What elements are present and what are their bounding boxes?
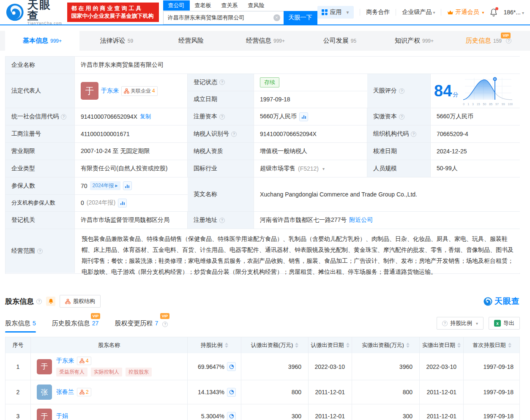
nearby-companies-link[interactable]: 附近公司 — [349, 216, 373, 224]
subtab-shareholders[interactable]: 股东信息 5 — [5, 319, 36, 327]
export-button[interactable]: x 导出 — [489, 317, 520, 330]
shareholder-name-link[interactable]: 于东来 — [56, 357, 74, 365]
insured-count: 70 — [81, 183, 87, 189]
help-icon[interactable]: ? — [162, 322, 168, 327]
legal-rep-link[interactable]: 于东来 — [101, 87, 119, 95]
established-date: 1997-09-18 — [254, 91, 367, 108]
help-icon[interactable]: ? — [219, 218, 225, 223]
column-header-5[interactable]: 实缴出资额(万元) — [352, 337, 420, 353]
help-icon[interactable]: ? — [61, 114, 66, 120]
shareholder-name-cell: 于于娟 — [31, 404, 188, 420]
main-tab-1[interactable]: 法律诉讼59 — [79, 31, 154, 51]
field-label: 登记机关 — [5, 212, 75, 229]
copy-link[interactable]: 复制 — [140, 113, 151, 120]
search-tab-2[interactable]: 查关系 — [216, 0, 243, 11]
shareholder-avatar[interactable]: 张 — [37, 385, 52, 400]
clear-search-icon[interactable]: × — [273, 14, 280, 21]
sort-icon[interactable] — [457, 343, 461, 348]
tianyan-score-cell[interactable]: 84分 013155 — [431, 74, 520, 108]
annual-report-badge[interactable]: 2024年报 ▸ — [90, 181, 120, 190]
related-count-badge[interactable]: 2 — [77, 388, 91, 396]
notification-bell-icon[interactable] — [490, 8, 497, 16]
field-label: 组织机构代码? — [367, 125, 431, 142]
search-input[interactable] — [163, 11, 284, 25]
help-icon[interactable]: ? — [399, 88, 404, 94]
help-icon[interactable]: ? — [231, 131, 237, 137]
help-icon[interactable]: ? — [36, 299, 42, 304]
help-icon[interactable]: ? — [37, 248, 43, 254]
holding-ratio-button[interactable]: ? 持股比例 ▾ — [437, 317, 484, 330]
column-header-2[interactable]: 持股比例 — [188, 337, 241, 353]
field-label: 统一社会信用代码? — [5, 108, 75, 125]
help-icon[interactable]: ? — [506, 38, 511, 44]
main-tab-0[interactable]: 基本信息999+ — [5, 31, 79, 51]
search-tab-1[interactable]: 查老板 — [190, 0, 216, 11]
main-tab-6[interactable]: 历史信息159VIP? — [451, 31, 526, 51]
search-tab-0[interactable]: 查公司 — [163, 0, 190, 11]
related-companies-badge[interactable]: 关联企业 4 — [121, 86, 158, 96]
main-tab-4[interactable]: 公司发展95 — [303, 31, 377, 51]
sort-icon[interactable] — [225, 343, 228, 348]
shareholder-name-link[interactable]: 张春兰 — [56, 388, 74, 396]
pie-chart-icon[interactable] — [227, 412, 236, 420]
org-chart-icon — [65, 299, 71, 304]
shareholder-avatar[interactable]: 于 — [37, 359, 52, 374]
uscc-value: 9141000706652094X — [81, 113, 137, 120]
nav-enterprise[interactable]: 企业级产品▾ — [402, 8, 435, 16]
apps-grid-icon — [322, 9, 328, 15]
column-header-6[interactable]: 实缴出资日期 — [420, 337, 464, 353]
sort-icon[interactable] — [508, 343, 511, 348]
nav-cooperation[interactable]: 商务合作 — [366, 8, 390, 16]
org-chart-icon — [79, 390, 85, 395]
legal-rep-avatar[interactable]: 于 — [81, 82, 98, 100]
field-label: 注册地址? — [188, 212, 254, 229]
column-header-3[interactable]: 认缴出资额(万元) — [241, 337, 309, 353]
column-header-4[interactable]: 认缴出资日期 — [309, 337, 352, 353]
main-tab-3[interactable]: 经营信息999+ — [228, 31, 303, 51]
help-icon[interactable]: ? — [399, 114, 404, 120]
main-tab-2[interactable]: 经营风险 — [154, 31, 228, 51]
pie-chart-icon[interactable] — [227, 362, 236, 371]
main-tab-5[interactable]: 知识产权999+ — [377, 31, 451, 51]
search-tab-3[interactable]: 查风险 — [243, 0, 270, 11]
shareholder-name-cell: 张张春兰2 — [31, 380, 188, 404]
paid-amount: 3960 — [352, 353, 420, 380]
equity-structure-button[interactable]: 股权结构 — [60, 295, 101, 308]
monitor-bell-icon[interactable] — [46, 297, 55, 306]
nav-vip[interactable]: 开通会员▾ — [447, 8, 484, 16]
capital-chart-icon[interactable] — [299, 112, 308, 121]
column-header-1: 股东名称 — [31, 337, 188, 353]
subtab-historical-shareholders[interactable]: 历史股东信息 27 VIP — [52, 319, 99, 327]
field-label: 参保人数 — [5, 177, 75, 194]
user-account[interactable]: 186*...▾ — [503, 9, 524, 16]
subtab-equity-changes[interactable]: 股权变更历程 7 VIP ? — [115, 319, 168, 327]
field-label: 登记状态? — [188, 74, 254, 91]
chevron-down-icon: ▾ — [522, 11, 524, 15]
column-header-7[interactable]: 首次持股日期 — [464, 337, 520, 353]
table-body: 1于于东来4受益所有人实际控制人控股股东69.9647%39602022-03-… — [5, 353, 519, 420]
search-button[interactable]: 天眼一下 — [284, 11, 317, 25]
branch-insured-chart-icon[interactable] — [118, 199, 127, 207]
sort-icon[interactable] — [346, 343, 350, 348]
chevron-down-icon[interactable]: ▾ — [322, 166, 325, 171]
help-icon[interactable]: ? — [219, 114, 225, 120]
english-name-value: Xuchang Pangdonglai Commerce and Trade G… — [254, 177, 520, 211]
shareholder-avatar[interactable]: 于 — [37, 409, 52, 420]
tianyancha-logo[interactable]: 天眼查 TianYanCha.com — [6, 0, 63, 25]
pie-chart-icon[interactable] — [227, 388, 236, 397]
help-icon[interactable]: ? — [411, 131, 416, 137]
shareholder-row: 3于于娟5.3004%3002011-12-013002011-12-01199… — [5, 404, 519, 420]
insured-chart-icon[interactable] — [123, 181, 132, 190]
shareholders-table: 序号股东名称持股比例认缴出资额(万元)认缴出资日期实缴出资额(万元)实缴出资日期… — [5, 337, 520, 420]
sort-icon[interactable] — [406, 343, 410, 348]
sort-icon[interactable] — [295, 343, 298, 348]
section-title: 股东信息 — [5, 297, 34, 306]
shareholder-name-link[interactable]: 于娟 — [56, 412, 68, 420]
logo-swirl-icon — [6, 3, 24, 22]
apps-menu[interactable]: 应用▼ — [317, 6, 354, 19]
help-icon[interactable]: ? — [219, 79, 225, 85]
shareholder-name-cell: 于于东来4受益所有人实际控制人控股股东 — [31, 353, 188, 380]
ratio-cell: 5.3004% — [188, 404, 241, 420]
ratio-cell: 69.9647% — [188, 353, 241, 380]
related-count-badge[interactable]: 4 — [77, 357, 91, 365]
